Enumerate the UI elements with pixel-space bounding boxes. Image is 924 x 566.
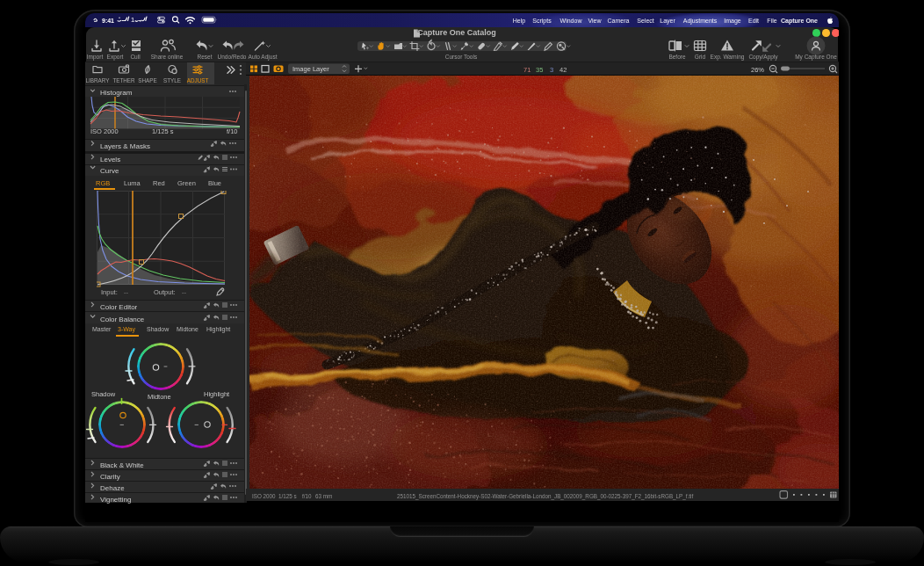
svg-text:Image Layer: Image Layer	[292, 65, 329, 73]
